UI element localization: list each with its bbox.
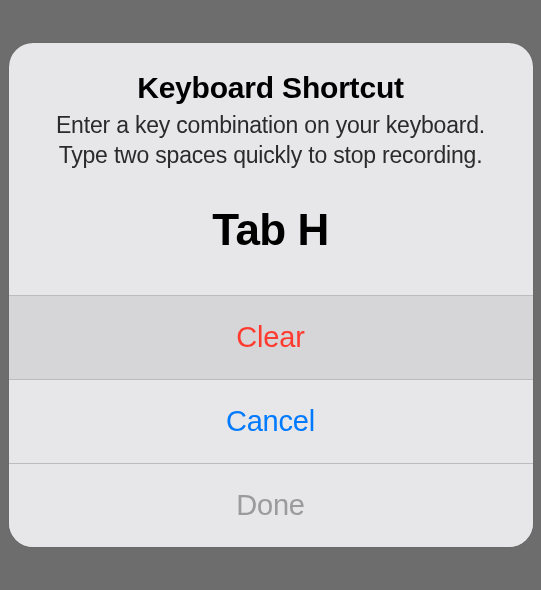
alert-message: Enter a key combination on your keyboard… — [39, 111, 503, 171]
clear-button[interactable]: Clear — [9, 295, 533, 379]
keyboard-shortcut-alert: Keyboard Shortcut Enter a key combinatio… — [9, 43, 533, 547]
alert-buttons: Clear Cancel Done — [9, 295, 533, 547]
alert-content: Keyboard Shortcut Enter a key combinatio… — [9, 43, 533, 295]
done-button[interactable]: Done — [9, 463, 533, 547]
recorded-shortcut-value: Tab H — [39, 205, 503, 255]
alert-title: Keyboard Shortcut — [39, 71, 503, 105]
cancel-button[interactable]: Cancel — [9, 379, 533, 463]
